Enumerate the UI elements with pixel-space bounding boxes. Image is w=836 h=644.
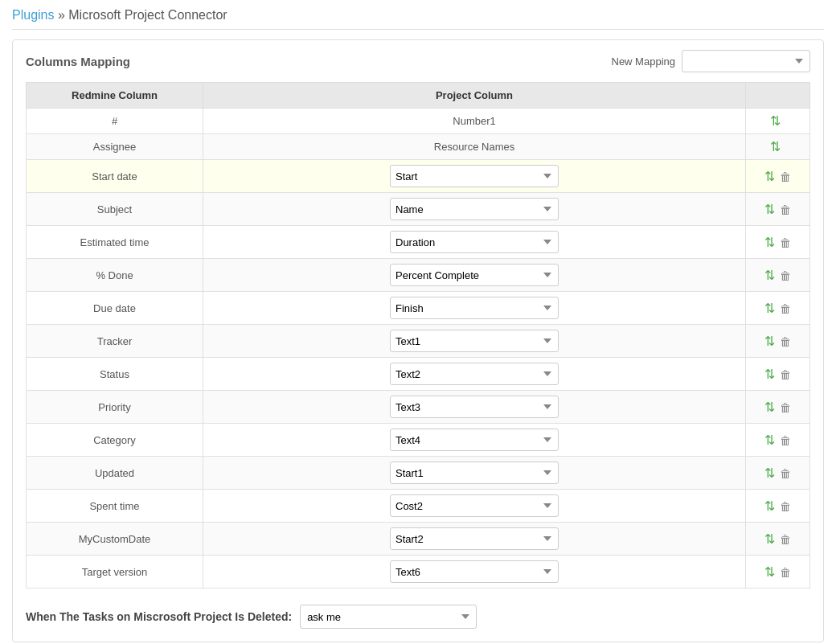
reorder-icon[interactable]: ⇅ (764, 235, 775, 250)
deleted-select[interactable]: ask me delete ignore (300, 605, 477, 629)
redmine-col-cell: Estimated time (27, 226, 203, 259)
project-col-select[interactable]: Text4 (390, 429, 559, 451)
actions-col-cell: ⇅🗑 (746, 325, 810, 358)
col-project: Project Column (203, 83, 746, 109)
reorder-icon[interactable]: ⇅ (764, 498, 775, 514)
table-row: SubjectName⇅🗑 (27, 193, 810, 226)
project-col-select[interactable]: Percent Complete (390, 264, 559, 286)
actions-col-cell: ⇅ (746, 134, 810, 160)
project-col-select[interactable]: Text6 (390, 560, 559, 583)
project-col-cell[interactable]: Duration (203, 226, 746, 259)
project-col-cell[interactable]: Text2 (203, 358, 746, 391)
actions-col-cell: ⇅🗑 (746, 292, 810, 325)
project-col-cell[interactable]: Finish (203, 292, 746, 325)
delete-icon[interactable]: 🗑 (780, 170, 791, 183)
delete-icon[interactable]: 🗑 (780, 368, 791, 381)
table-row: Estimated timeDuration⇅🗑 (27, 226, 810, 259)
reorder-icon[interactable]: ⇅ (764, 466, 775, 481)
delete-icon[interactable]: 🗑 (780, 302, 791, 315)
delete-icon[interactable]: 🗑 (780, 335, 791, 348)
project-col-cell[interactable]: Text4 (203, 424, 746, 457)
plugins-link[interactable]: Plugins (12, 8, 54, 22)
project-col-select[interactable]: Cost2 (390, 494, 559, 517)
delete-icon[interactable]: 🗑 (780, 269, 791, 282)
project-col-cell[interactable]: Start1 (203, 457, 746, 490)
project-col-cell[interactable]: Cost2 (203, 490, 746, 523)
actions-col-cell: ⇅🗑 (746, 424, 810, 457)
reorder-icon[interactable]: ⇅ (764, 169, 775, 184)
redmine-col-cell: Due date (27, 292, 203, 325)
section-header: Columns Mapping New Mapping (26, 50, 810, 72)
delete-icon[interactable]: 🗑 (780, 401, 791, 414)
project-col-cell[interactable]: Name (203, 193, 746, 226)
redmine-col-cell: Assignee (27, 134, 203, 160)
delete-icon[interactable]: 🗑 (780, 203, 791, 216)
actions-col-cell: ⇅🗑 (746, 358, 810, 391)
project-col-cell: Resource Names (203, 134, 746, 160)
project-col-select[interactable]: Start2 (390, 527, 559, 550)
actions-col-cell: ⇅🗑 (746, 160, 810, 193)
project-col-select[interactable]: Duration (390, 231, 559, 253)
table-row: #Number1⇅ (27, 109, 810, 134)
reorder-icon[interactable]: ⇅ (770, 113, 781, 129)
table-row: AssigneeResource Names⇅ (27, 134, 810, 160)
redmine-col-cell: Category (27, 424, 203, 457)
redmine-col-cell: Subject (27, 193, 203, 226)
new-mapping-row: New Mapping (612, 50, 811, 72)
project-col-cell[interactable]: Text1 (203, 325, 746, 358)
table-row: Start dateStart⇅🗑 (27, 160, 810, 193)
project-col-cell[interactable]: Start (203, 160, 746, 193)
deleted-row: When The Tasks on Miscrosoft Project Is … (26, 605, 810, 629)
columns-mapping-section: Columns Mapping New Mapping Redmine Colu… (12, 39, 824, 642)
new-mapping-select[interactable] (682, 50, 810, 72)
project-col-select[interactable]: Text2 (390, 363, 559, 385)
reorder-icon[interactable]: ⇅ (764, 433, 775, 448)
project-col-select[interactable]: Text1 (390, 330, 559, 352)
delete-icon[interactable]: 🗑 (780, 467, 791, 480)
reorder-icon[interactable]: ⇅ (764, 268, 775, 283)
deleted-section: When The Tasks on Miscrosoft Project Is … (26, 605, 810, 629)
reorder-icon[interactable]: ⇅ (764, 202, 775, 217)
reorder-icon[interactable]: ⇅ (764, 334, 775, 349)
delete-icon[interactable]: 🗑 (780, 533, 791, 546)
project-col-cell[interactable]: Percent Complete (203, 259, 746, 292)
project-col-cell[interactable]: Text3 (203, 391, 746, 424)
table-row: PriorityText3⇅🗑 (27, 391, 810, 424)
project-col-cell[interactable]: Start2 (203, 523, 746, 556)
reorder-icon[interactable]: ⇅ (764, 531, 775, 547)
col-redmine: Redmine Column (27, 83, 203, 109)
table-row: TrackerText1⇅🗑 (27, 325, 810, 358)
project-col-cell: Number1 (203, 109, 746, 134)
delete-icon[interactable]: 🗑 (780, 236, 791, 249)
project-col-select[interactable]: Finish (390, 297, 559, 319)
actions-col-cell: ⇅🗑 (746, 193, 810, 226)
reorder-icon[interactable]: ⇅ (764, 301, 775, 316)
project-col-select[interactable]: Start (390, 165, 559, 187)
project-col-select[interactable]: Name (390, 198, 559, 220)
actions-col-cell: ⇅🗑 (746, 556, 810, 589)
redmine-col-cell: # (27, 109, 203, 134)
table-row: CategoryText4⇅🗑 (27, 424, 810, 457)
col-actions (746, 83, 810, 109)
redmine-col-cell: Tracker (27, 325, 203, 358)
delete-icon[interactable]: 🗑 (780, 434, 791, 447)
reorder-icon[interactable]: ⇅ (764, 367, 775, 382)
actions-col-cell: ⇅🗑 (746, 457, 810, 490)
breadcrumb: Plugins » Microsoft Project Connector (12, 8, 824, 30)
project-col-cell[interactable]: Text6 (203, 556, 746, 589)
table-row: Spent timeCost2⇅🗑 (27, 490, 810, 523)
mapping-table: Redmine Column Project Column #Number1⇅A… (26, 82, 810, 589)
redmine-col-cell: % Done (27, 259, 203, 292)
project-col-select[interactable]: Start1 (390, 461, 559, 484)
actions-col-cell: ⇅🗑 (746, 490, 810, 523)
reorder-icon[interactable]: ⇅ (764, 564, 775, 580)
redmine-col-cell: Start date (27, 160, 203, 193)
redmine-col-cell: Updated (27, 457, 203, 490)
redmine-col-cell: MyCustomDate (27, 523, 203, 556)
project-col-select[interactable]: Text3 (390, 396, 559, 418)
reorder-icon[interactable]: ⇅ (770, 139, 781, 154)
delete-icon[interactable]: 🗑 (780, 500, 791, 513)
actions-col-cell: ⇅🗑 (746, 523, 810, 556)
delete-icon[interactable]: 🗑 (780, 566, 791, 579)
reorder-icon[interactable]: ⇅ (764, 400, 775, 415)
